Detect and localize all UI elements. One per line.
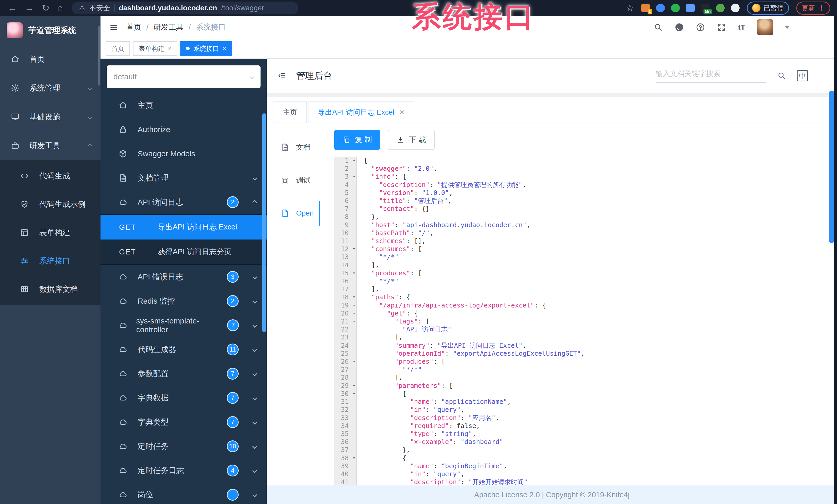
operation-row[interactable]: GET获得API 访问日志分页 <box>101 240 267 264</box>
github-icon[interactable] <box>675 23 684 32</box>
line-number: 26▾ <box>334 357 356 366</box>
fold-icon[interactable]: ▾ <box>353 301 355 309</box>
close-icon[interactable]: × <box>222 45 226 52</box>
doc-tab-主页[interactable]: 主页 <box>273 101 307 123</box>
browser-scrollbar[interactable] <box>834 16 837 504</box>
fold-icon[interactable]: ▾ <box>353 309 355 317</box>
ext-blue-drop-icon[interactable] <box>656 4 665 12</box>
fold-icon[interactable]: ▾ <box>353 156 355 165</box>
swagger-nav-文档管理[interactable]: 文档管理 <box>101 166 267 190</box>
fold-icon[interactable]: ▾ <box>353 357 355 366</box>
doc-tab-导出API 访问日志 Excel[interactable]: 导出API 访问日志 Excel✕ <box>308 101 414 123</box>
sidebar-item-label: 系统管理 <box>29 83 60 93</box>
browser-menu-icon[interactable]: ⋮ <box>818 6 825 10</box>
mini-nav-label: 调试 <box>296 175 310 185</box>
bookmark-star-icon[interactable]: ☆ <box>626 3 634 13</box>
sidebar-subitem-example[interactable]: 代码生成示例 <box>0 190 101 218</box>
language-icon[interactable]: 中 <box>797 70 808 81</box>
watermark-text: 系统接口 <box>412 0 535 36</box>
api-group-参数配置[interactable]: 参数配置7 <box>101 361 267 386</box>
paused-extension-button[interactable]: 已暂停 <box>747 2 789 15</box>
sidebar-subitem-api[interactable]: 系统接口 <box>0 247 101 275</box>
sidebar-subitem-code[interactable]: 代码生成 <box>0 162 101 190</box>
doc-search-icon[interactable] <box>777 71 786 80</box>
ext-dark-gn-icon[interactable]: Gn <box>701 4 710 12</box>
font-size-icon[interactable]: tT <box>738 23 745 32</box>
tab-系统接口[interactable]: 系统接口× <box>180 41 232 56</box>
swagger-nav-Authorize[interactable]: Authorize <box>101 117 267 142</box>
mini-nav-文档[interactable]: 文档 <box>267 131 320 164</box>
ext-orange-icon[interactable]: 1 <box>641 4 650 12</box>
avatar[interactable] <box>757 19 773 35</box>
ext-blue-grid-icon[interactable] <box>686 4 695 12</box>
fold-icon[interactable]: ▾ <box>353 269 355 277</box>
fold-icon[interactable]: ▾ <box>353 390 355 398</box>
forward-icon[interactable]: → <box>25 3 34 13</box>
api-group-API 错误日志[interactable]: API 错误日志3 <box>101 265 267 289</box>
swagger-sidebar-scrollbar[interactable] <box>262 113 266 332</box>
fold-icon[interactable]: ▾ <box>353 293 355 301</box>
api-group-sys-sms-template-controller[interactable]: sys-sms-template-controller7 <box>101 313 267 337</box>
help-icon[interactable] <box>696 23 705 32</box>
sidebar-scrollbar[interactable] <box>98 26 100 86</box>
search-icon[interactable] <box>654 23 663 32</box>
content-scrollbar[interactable] <box>829 91 834 243</box>
ext-green-leaf-icon[interactable] <box>716 4 725 12</box>
chevron-down-icon[interactable] <box>785 26 789 29</box>
mini-nav-调试[interactable]: 调试 <box>267 164 320 197</box>
api-group-定时任务[interactable]: 定时任务10 <box>101 434 267 459</box>
fold-icon[interactable]: ▾ <box>353 172 355 181</box>
doc-search-input[interactable]: 输入文档关键字搜索 <box>656 69 766 83</box>
sidebar-item-tools[interactable]: 研发工具 <box>0 131 101 160</box>
swagger-nav-主页[interactable]: 主页 <box>101 93 267 117</box>
address-bar[interactable]: ⚠ 不安全 dashboard.yudao.iocoder.cn /tool/s… <box>72 2 298 14</box>
breadcrumb-item[interactable]: 首页 <box>126 22 141 33</box>
sidebar-item-infra[interactable]: 基础设施 <box>0 102 101 131</box>
logo-row[interactable]: 芋道管理系统 <box>0 16 101 45</box>
swagger-nav-label: Authorize <box>138 125 170 134</box>
update-button[interactable]: 更新 ⋮ <box>796 2 830 15</box>
fold-icon[interactable]: ▾ <box>353 382 355 390</box>
chevron-down-icon <box>252 371 257 376</box>
sidebar-subitem-db[interactable]: 数据库文档 <box>0 275 101 303</box>
download-button[interactable]: 下 载 <box>388 130 435 150</box>
json-editor[interactable]: 1▾23▾456789101112▾131415▾161718▾19▾20▾21… <box>334 156 837 485</box>
home-icon[interactable]: ⌂ <box>57 3 63 13</box>
ext-white-flower-icon[interactable] <box>731 4 740 12</box>
api-group-岗位[interactable]: 岗位 <box>101 483 267 504</box>
api-group-Redis 监控[interactable]: Redis 监控2 <box>101 289 267 313</box>
sidebar-subitem-form[interactable]: 表单构建 <box>0 218 101 247</box>
api-group-代码生成器[interactable]: 代码生成器11 <box>101 337 267 361</box>
collapse-sidebar-icon[interactable] <box>278 71 286 80</box>
api-group-字典类型[interactable]: 字典类型7 <box>101 410 267 434</box>
sidebar-item-gear[interactable]: 系统管理 <box>0 74 101 102</box>
page-title: 管理后台 <box>296 70 332 82</box>
reload-icon[interactable]: ↻ <box>42 3 50 13</box>
ext-green-circle-icon[interactable] <box>671 4 680 12</box>
tab-首页[interactable]: 首页 <box>106 41 130 56</box>
infra-icon <box>11 113 21 121</box>
breadcrumb-item[interactable]: 研发工具 <box>154 22 183 33</box>
code-line: "title": "管理后台", <box>363 197 837 205</box>
count-badge <box>227 489 238 501</box>
mini-nav-Open[interactable]: Open <box>267 197 320 230</box>
operation-row[interactable]: GET导出API 访问日志 Excel <box>101 215 267 240</box>
api-group-select[interactable]: default <box>107 66 261 88</box>
api-group-定时任务日志[interactable]: 定时任务日志4 <box>101 459 267 483</box>
code-line: "*/*" <box>363 277 837 285</box>
fold-icon[interactable]: ▾ <box>353 454 355 462</box>
code-line: "schemes": [], <box>363 237 837 245</box>
close-icon[interactable]: × <box>168 45 172 52</box>
fullscreen-icon[interactable] <box>717 23 726 32</box>
swagger-nav-API 访问日志[interactable]: API 访问日志2 <box>101 190 267 214</box>
swagger-nav-Swagger Models[interactable]: Swagger Models <box>101 142 267 166</box>
sidebar-item-home[interactable]: 首页 <box>0 45 101 74</box>
copy-button[interactable]: 复 制 <box>334 130 380 150</box>
api-group-字典数据[interactable]: 字典数据7 <box>101 386 267 410</box>
fold-icon[interactable]: ▾ <box>353 317 355 325</box>
hamburger-icon[interactable] <box>109 23 118 32</box>
fold-icon[interactable]: ▾ <box>353 245 355 253</box>
back-icon[interactable]: ← <box>8 3 17 13</box>
close-icon[interactable]: ✕ <box>399 108 405 116</box>
tab-表单构建[interactable]: 表单构建× <box>133 41 177 56</box>
